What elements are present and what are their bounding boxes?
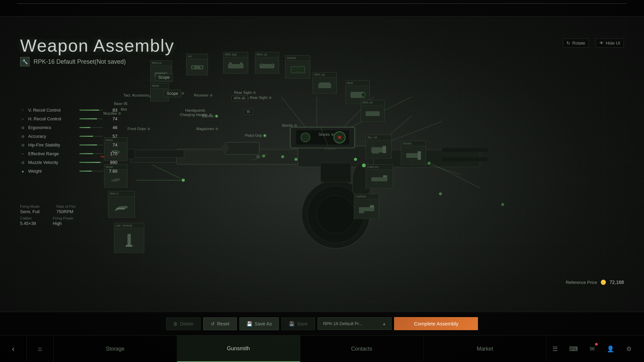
svg-point-70 xyxy=(361,93,365,97)
keyboard-icon: ⌨ xyxy=(569,345,578,353)
firing-power-item: Firing Power High xyxy=(53,216,73,226)
att-stocks-upper[interactable]: Stocks xyxy=(401,141,426,165)
rpk-badge: RPK-95 xyxy=(231,96,248,101)
att-rpk16-top[interactable]: RPK-16 xyxy=(255,52,279,74)
svg-point-66 xyxy=(297,69,299,70)
stat-value-effective-range: 170 xyxy=(106,151,117,156)
stat-bar-container-v-recoil xyxy=(79,110,103,111)
label-mut: Mut xyxy=(121,107,127,111)
nav-tab-gunsmith-label: Gunsmith xyxy=(227,346,250,352)
att-3xholo-content xyxy=(285,61,310,79)
top-bar-line xyxy=(17,3,627,4)
svg-rect-51 xyxy=(126,245,132,247)
stat-value-hip-fire: 74 xyxy=(106,142,117,147)
label-stocks-2: Stocks xyxy=(319,132,330,136)
rate-of-fire-value: 750RPM xyxy=(56,209,75,214)
att-ak-scope[interactable]: AK xyxy=(186,54,208,75)
svg-rect-11 xyxy=(442,158,488,161)
preset-selector[interactable]: RPK-16 Default Pr... ▲ xyxy=(318,317,391,330)
stat-bar-weight xyxy=(79,171,92,172)
nav-tab-storage[interactable]: Storage xyxy=(54,336,177,362)
att-rpk16-far-right-content xyxy=(361,105,384,122)
rotate-button[interactable]: ↻ Rotate xyxy=(563,39,589,48)
stat-value-accuracy: 57 xyxy=(106,134,117,139)
svg-rect-73 xyxy=(383,146,386,153)
hide-ui-button[interactable]: 👁 Hide UI xyxy=(596,39,624,48)
svg-rect-81 xyxy=(418,151,421,160)
delete-button[interactable]: 🗑 Delete xyxy=(166,317,201,330)
svg-point-55 xyxy=(192,66,195,69)
stat-icon-ergonomics: ◎ xyxy=(20,125,25,130)
nav-tab-gunsmith[interactable]: Gunsmith xyxy=(177,336,301,362)
nav-tab-market[interactable]: Market xyxy=(424,336,547,362)
reset-button[interactable]: ↺ Reset xyxy=(203,317,237,330)
nav-tab-contacts[interactable]: Contacts xyxy=(300,336,424,362)
nav-tab-storage-label: Storage xyxy=(106,346,124,352)
nav-back-button[interactable]: ‹ xyxy=(0,336,27,362)
stat-bar-container-effective-range xyxy=(79,153,103,154)
label-handguards: Handguards xyxy=(185,108,205,112)
svg-point-37 xyxy=(294,158,298,161)
label-scope-2: Scope xyxy=(164,90,181,97)
bottom-nav: ‹ ⌂ Storage Gunsmith Contacts Market ☰ ⌨… xyxy=(0,335,644,362)
nav-home-button[interactable]: ⌂ xyxy=(27,336,54,362)
stat-bar-container-hip-fire xyxy=(79,144,103,145)
svg-rect-58 xyxy=(229,62,232,64)
svg-rect-79 xyxy=(359,210,364,213)
rate-of-fire-label: Rate of Fire xyxy=(56,204,75,208)
nav-icon-settings[interactable]: ⚙ xyxy=(621,339,637,359)
att-rpkf-icon xyxy=(113,200,130,214)
att-carb-int-icon xyxy=(370,173,389,185)
att-stocks-upper-icon xyxy=(405,149,422,162)
stat-row-ergonomics: ◎ Ergonomics 46 xyxy=(20,125,117,130)
stat-bar-v-recoil xyxy=(79,110,99,111)
nav-icon-keyboard[interactable]: ⌨ xyxy=(565,339,582,359)
att-stocks-upper-content xyxy=(401,146,426,165)
att-rpk16-mid[interactable]: RPK-16 xyxy=(313,72,337,94)
rotate-label: Rotate xyxy=(572,41,585,46)
att-carbine[interactable]: Carbine xyxy=(354,194,379,219)
stat-label-accuracy: Accuracy xyxy=(28,134,77,139)
firing-info: Firing Mode Semi, Full Rate of Fire 750R… xyxy=(20,204,76,228)
att-carbine-icon xyxy=(358,202,375,216)
svg-point-56 xyxy=(200,66,203,69)
att-rpk-std[interactable]: RPK Std. xyxy=(223,52,248,74)
preset-icon: 🔧 xyxy=(20,57,30,66)
save-button[interactable]: 💾 Save xyxy=(281,317,315,330)
att-tac-ak[interactable]: Tac. AK xyxy=(366,135,392,159)
stat-row-v-recoil: ↑ V. Recoil Control 83 xyxy=(20,107,117,113)
nav-icon-list[interactable]: ☰ xyxy=(547,339,564,359)
svg-rect-6 xyxy=(127,149,135,159)
att-lwt-label: Lwt. Vertical xyxy=(114,223,144,228)
save-as-button[interactable]: 💾 Save As xyxy=(239,317,279,330)
stat-icon-h-recoil: ↔ xyxy=(20,116,25,121)
delete-icon: 🗑 xyxy=(173,321,178,326)
firing-power-value: High xyxy=(53,221,73,226)
att-carb-int[interactable]: Carb.Int. xyxy=(366,164,393,188)
main-content: Weapon Assembly 🔧 RPK-16 Default Preset(… xyxy=(0,17,644,335)
svg-rect-49 xyxy=(116,208,125,209)
nav-icons: ☰ ⌨ ✉ 👤 ⚙ xyxy=(547,339,644,359)
complete-assembly-button[interactable]: Complete Assembly xyxy=(394,317,478,330)
att-lwt-vertical[interactable]: Lwt. Vertical xyxy=(114,223,144,253)
stat-row-hip-fire: ◎ Hip-Fire Stability 74 xyxy=(20,142,117,147)
att-rpkf-content xyxy=(108,196,135,218)
att-rpkf[interactable]: RPK F. xyxy=(108,191,135,218)
svg-rect-71 xyxy=(366,111,380,116)
att-3xholo[interactable]: 3xHolo xyxy=(285,55,310,79)
label-receiver: Receiver xyxy=(194,93,208,97)
stat-bar-hip-fire xyxy=(79,144,97,145)
att-rpk16-far-right[interactable]: RPK-16 xyxy=(361,100,385,122)
att-rpk16-mid-icon xyxy=(317,81,333,91)
preset-name: RPK-16 Default Preset(Not saved) xyxy=(34,58,126,65)
list-icon: ☰ xyxy=(552,345,558,353)
reset-icon: ↺ xyxy=(211,321,215,326)
svg-rect-68 xyxy=(319,82,330,84)
svg-line-26 xyxy=(281,97,305,127)
nav-icon-person[interactable]: 👤 xyxy=(602,339,619,359)
stats-panel: ↑ V. Recoil Control 83 ↔ H. Recoil Contr… xyxy=(20,107,117,177)
att-rpk16-top-content xyxy=(255,57,279,74)
svg-point-41 xyxy=(262,155,265,158)
att-rpk-scope-label: RPK xyxy=(346,81,369,86)
nav-icon-mail[interactable]: ✉ xyxy=(584,339,600,359)
